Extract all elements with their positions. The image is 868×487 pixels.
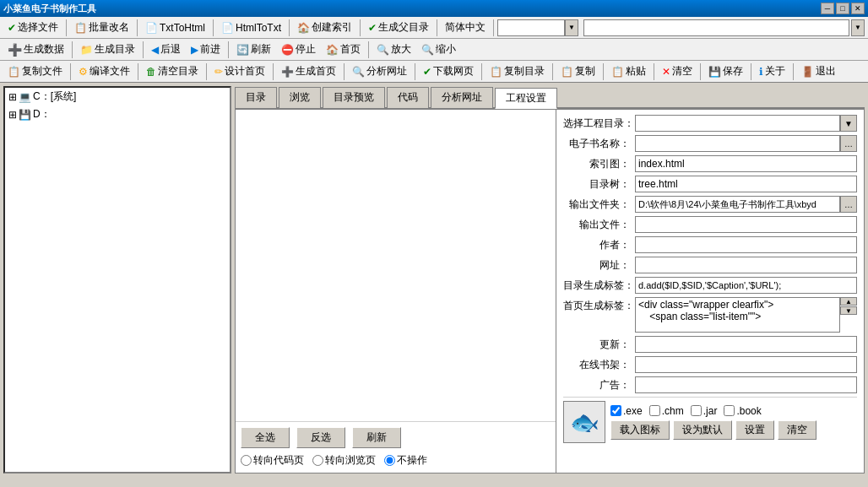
sep [273, 63, 274, 80]
toolbar-3: 📋复制文件 ⚙编译文件 🗑清空目录 ✏设计首页 ➕生成首页 🔍分析网址 ✔下载网… [0, 61, 868, 83]
theme-combo[interactable]: ▼ [497, 19, 578, 36]
title-bar: 小菜鱼电子书制作工具 ─ □ ✕ [0, 0, 868, 17]
close-button[interactable]: ✕ [851, 3, 865, 14]
toolbar-batch-rename[interactable]: 📋批量改名 [70, 19, 133, 36]
tab-directory[interactable]: 目录 [235, 87, 277, 108]
sep [70, 63, 71, 80]
select-all-button[interactable]: 全选 [241, 427, 290, 448]
ad-input[interactable] [635, 376, 857, 393]
toolbar-copy-dir[interactable]: 📋复制目录 [486, 62, 549, 80]
label-output-folder: 输出文件夹： [563, 198, 635, 212]
project-dir-input[interactable] [635, 115, 840, 132]
toolbar-design-home[interactable]: ✏设计首页 [210, 62, 269, 80]
update-input[interactable] [635, 336, 857, 353]
checkbox-exe[interactable]: .exe [610, 405, 643, 417]
radio-code-page[interactable]: 转向代码页 [241, 453, 304, 468]
toolbar-compile-file[interactable]: ⚙编译文件 [74, 62, 134, 80]
ebook-name-input[interactable] [635, 135, 840, 152]
toolbar-clear[interactable]: ✕清空 [658, 62, 697, 80]
toolbar-zoom-out[interactable]: 🔍缩小 [417, 41, 460, 58]
toolbar-create-index[interactable]: 🏠创建索引 [293, 19, 356, 36]
online-shelf-input[interactable] [635, 356, 857, 373]
toolbar-txt-to-html[interactable]: 📄TxtToHtml [141, 20, 209, 35]
toolbar-about[interactable]: ℹ关于 [755, 62, 789, 80]
toolbar-select-file[interactable]: ✔选择文件 [3, 19, 62, 36]
toolbar-1: ✔选择文件 📋批量改名 📄TxtToHtml 📄HtmlToTxt 🏠创建索引 … [0, 17, 868, 39]
minimize-button[interactable]: ─ [821, 3, 834, 14]
radio-no-action[interactable]: 不操作 [384, 453, 427, 468]
home-tag-scroll-up[interactable]: ▲ [840, 297, 857, 306]
checkbox-jar[interactable]: .jar [691, 405, 718, 417]
home-tag-textarea[interactable]: <div class="wrapper clearfix"> <span cla… [635, 297, 840, 333]
sep [143, 41, 144, 58]
load-icon-btn[interactable]: 载入图标 [610, 420, 670, 440]
toolbar-gen-parent-dir[interactable]: ✔生成父目录 [364, 19, 433, 36]
form-row-ad: 广告： [563, 376, 857, 393]
toolbar-exit[interactable]: 🚪退出 [797, 62, 840, 80]
output-folder-input-group: … [635, 196, 857, 213]
tab-code[interactable]: 代码 [387, 87, 429, 108]
toolbar-lang[interactable]: 简体中文 [441, 19, 490, 36]
index-input[interactable] [635, 155, 857, 172]
sep [603, 63, 604, 80]
toolbar-combo-arrow[interactable]: ▼ [851, 19, 865, 36]
toolbar-copy[interactable]: 📋复制 [556, 62, 599, 80]
label-url: 网址： [563, 258, 635, 273]
toolbar-clear-dir[interactable]: 🗑清空目录 [142, 62, 203, 80]
settings-btn[interactable]: 设置 [735, 420, 774, 440]
toolbar-gen-home[interactable]: ➕生成首页 [277, 62, 340, 80]
output-folder-input[interactable] [635, 196, 840, 213]
maximize-button[interactable]: □ [836, 3, 849, 14]
output-file-input[interactable] [635, 216, 857, 233]
toolbar-analyze-url[interactable]: 🔍分析网址 [348, 62, 411, 80]
toolbar-html-to-txt[interactable]: 📄HtmlToTxt [217, 20, 285, 35]
toolbar-text-input[interactable] [583, 19, 849, 36]
sep [360, 19, 361, 36]
tab-dir-preview[interactable]: 目录预览 [323, 87, 385, 108]
radio-group: 转向代码页 转向浏览页 不操作 [241, 453, 551, 468]
radio-browse-page[interactable]: 转向浏览页 [312, 453, 376, 468]
toolbar-gen-dir[interactable]: 📁生成目录 [76, 41, 139, 58]
toolbar-home[interactable]: 🏠首页 [322, 41, 365, 58]
home-tag-scroll-down[interactable]: ▼ [840, 306, 857, 315]
tab-browse[interactable]: 浏览 [279, 87, 321, 108]
project-dir-btn[interactable]: ▼ [840, 115, 857, 132]
toolbar-zoom-in[interactable]: 🔍放大 [372, 41, 415, 58]
left-tree-panel[interactable]: ⊞ 💻 C：[系统] ⊞ 💾 D： [3, 86, 231, 473]
form-row-tree: 目录树： [563, 176, 857, 192]
ebook-name-btn[interactable]: … [840, 135, 857, 152]
label-index: 索引图： [563, 157, 635, 171]
author-input[interactable] [635, 236, 857, 253]
set-default-btn[interactable]: 设为默认 [673, 420, 732, 440]
theme-input[interactable] [497, 19, 565, 36]
toolbar-stop[interactable]: ⛔停止 [277, 41, 320, 58]
tree-item-c[interactable]: ⊞ 💻 C：[系统] [5, 88, 230, 106]
refresh-button[interactable]: 刷新 [352, 427, 401, 448]
toolbar-save[interactable]: 💾保存 [704, 62, 747, 80]
tree-input[interactable] [635, 176, 857, 192]
theme-combo-arrow[interactable]: ▼ [565, 19, 578, 36]
checkbox-chm[interactable]: .chm [649, 405, 684, 417]
icon-section: 🐟 .exe .chm [563, 397, 857, 446]
tab-project-settings[interactable]: 工程设置 [495, 88, 557, 109]
tree-item-d[interactable]: ⊞ 💾 D： [5, 106, 230, 123]
output-folder-btn[interactable]: … [840, 196, 857, 213]
toolbar-back[interactable]: ◀后退 [147, 41, 185, 58]
dir-tag-input[interactable] [635, 277, 857, 294]
toolbar-copy-file[interactable]: 📋复制文件 [3, 62, 67, 80]
tab-analyze-url[interactable]: 分析网址 [431, 87, 493, 108]
toolbar-download-page[interactable]: ✔下载网页 [419, 62, 478, 80]
clear-icon-btn[interactable]: 清空 [778, 420, 816, 440]
checkbox-book[interactable]: .book [724, 405, 761, 417]
tab-bar: 目录 浏览 目录预览 代码 分析网址 工程设置 [235, 86, 865, 109]
invert-select-button[interactable]: 反选 [296, 427, 345, 448]
toolbar-gen-data[interactable]: ➕生成数据 [3, 41, 68, 58]
toolbar-forward[interactable]: ▶前进 [187, 41, 225, 58]
file-list[interactable] [236, 110, 556, 421]
form-row-home-tag: 首页生成标签： <div class="wrapper clearfix"> <… [563, 297, 857, 333]
tree-expand-c: ⊞ [8, 91, 17, 103]
toolbar-refresh[interactable]: 🔄刷新 [232, 41, 275, 58]
sep [552, 63, 553, 80]
toolbar-paste[interactable]: 📋粘贴 [607, 62, 650, 80]
url-input[interactable] [635, 257, 857, 273]
